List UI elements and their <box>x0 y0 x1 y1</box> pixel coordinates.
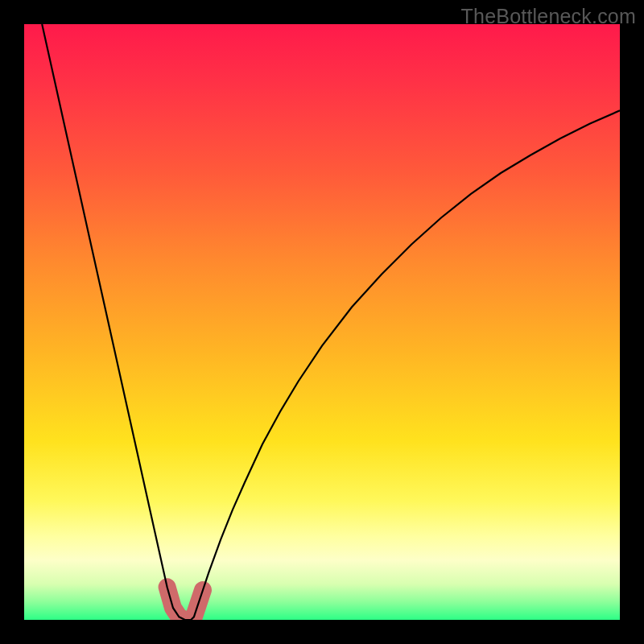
plot-area <box>24 24 620 620</box>
chart-container: TheBottleneck.com <box>0 0 644 644</box>
curve-layer <box>24 24 620 620</box>
main-curve <box>42 24 620 620</box>
